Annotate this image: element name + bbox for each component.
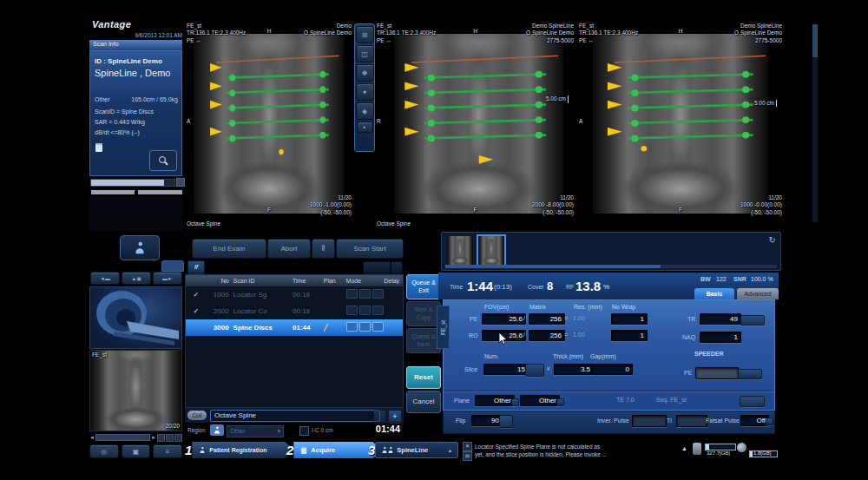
ro-nowrap-field[interactable]: 1	[611, 330, 648, 341]
organ-tool-1-button[interactable]: ❖	[356, 64, 374, 82]
patient-position-button[interactable]	[120, 235, 160, 260]
pe-matrix-field[interactable]: 256	[529, 313, 565, 325]
reset-button[interactable]: Reset	[406, 366, 441, 389]
plane-2-option-button[interactable]	[556, 398, 564, 406]
plane-1-option-button[interactable]	[511, 398, 519, 406]
scan-start-button[interactable]: Scan Start	[336, 239, 404, 259]
seq-option-button[interactable]	[740, 396, 765, 407]
pe-res-value: 1.00	[573, 315, 585, 321]
coil-button[interactable]: Coil	[187, 411, 207, 420]
series-thumbnail-selected[interactable]	[477, 234, 506, 266]
scroll-track[interactable]	[95, 434, 150, 441]
queue-next-button[interactable]: Queue & Next	[406, 328, 441, 353]
pe-nowrap-field[interactable]: 1	[611, 313, 648, 325]
tab-advanced[interactable]: Advanced	[737, 288, 779, 299]
viewport-sagittal[interactable]: FE_stTR:136.1 TE:2.3 400HzPE ↔ H DemoO S…	[185, 22, 353, 227]
organ-tool-3-button[interactable]: ◈	[356, 102, 374, 120]
workflow-step-1[interactable]: 1 Patient Registration	[185, 441, 294, 459]
ti-field[interactable]	[676, 415, 707, 427]
range-checkbox[interactable]	[299, 426, 309, 436]
layout-tool-button[interactable]: ⊞	[356, 26, 374, 43]
fatsat-option-button[interactable]	[766, 418, 773, 425]
queue-row-selected[interactable]: 3000 Spine Discs 01:44 ╱	[186, 319, 403, 336]
organ-tool-2-button[interactable]: ✦	[356, 83, 374, 101]
matrix-header: Matrix	[529, 304, 546, 310]
filmstrip-scrollbar[interactable]	[445, 265, 777, 268]
pe-fov-field[interactable]: 25.6	[482, 313, 526, 325]
refresh-button[interactable]: ↻	[769, 235, 776, 245]
status-expand-icon[interactable]: ▲	[681, 445, 687, 451]
flip-field[interactable]: 90	[471, 415, 503, 426]
region-dropdown[interactable]: Other▾	[227, 425, 284, 437]
cancel-button[interactable]: Cancel	[406, 391, 441, 413]
queue-row[interactable]: ✓ 2000 Locator Co 00:18	[186, 303, 403, 319]
queue-tool-small-1[interactable]	[391, 261, 403, 273]
plane-2-dropdown[interactable]: Other	[520, 395, 560, 406]
thumb-tool-3[interactable]	[174, 434, 182, 442]
couch-in-icon: ▬►	[162, 276, 173, 281]
thick-header: Thick.(mm)	[553, 353, 583, 359]
add-coil-button[interactable]: +	[388, 410, 402, 423]
workflow-step-3[interactable]: 3 SpineLine ▲	[368, 441, 458, 459]
layout-icon: ⊞	[362, 31, 368, 39]
more-tools-button[interactable]: ▪	[357, 122, 373, 133]
step-3-expand-icon[interactable]: ▲	[447, 448, 452, 453]
queue-exit-button[interactable]: Queue & Exit	[406, 274, 441, 299]
filmstrip-scroll-thumb[interactable]	[445, 265, 661, 268]
next-copy-button[interactable]: Next & Copy	[406, 301, 441, 326]
thumb-tool-2[interactable]	[166, 434, 174, 442]
queue-row[interactable]: ✓ 1000 Locator Sg 00:18	[186, 286, 403, 303]
slice-field[interactable]: 15	[483, 364, 529, 375]
couch-out-button[interactable]: ◄▬	[90, 272, 120, 285]
thickness-field[interactable]: 3.5	[554, 364, 594, 375]
queue-filter-button[interactable]: lf	[187, 260, 205, 273]
plane-1-dropdown[interactable]: Other	[475, 395, 515, 406]
menu-button[interactable]: ≡	[153, 444, 182, 458]
spineline-overlay[interactable]	[387, 34, 563, 202]
zoom-patient-button[interactable]	[149, 150, 177, 171]
gap-field[interactable]: 0	[591, 364, 633, 375]
queue-tool-button[interactable]	[363, 261, 391, 273]
viewport-coronal-1[interactable]: FE_stTR:136.1 TE:2.3 400HzPE ↔ H Demo Sp…	[375, 22, 575, 227]
viewport-scrollbar[interactable]	[812, 24, 818, 222]
pause-button[interactable]: Ⅱ	[312, 239, 335, 259]
scroll-left-arrow[interactable]: ◄	[89, 435, 95, 440]
spineline-overlay[interactable]	[589, 34, 771, 202]
acquire-icon	[301, 447, 306, 454]
speeder-pe-field[interactable]	[695, 367, 739, 379]
plan-pencil-icon[interactable]: ╱	[324, 324, 346, 332]
abort-button[interactable]: Abort	[267, 239, 311, 259]
viewport-coronal-2[interactable]: FE_stTR:136.1 TE:2.3 400HzPE ↔ H Demo Sp…	[577, 22, 784, 227]
thumb-tool-1[interactable]	[157, 434, 165, 442]
spineline-overlay[interactable]	[195, 34, 344, 202]
naq-field[interactable]: 1	[700, 332, 741, 343]
viewport-scrollbar-thumb[interactable]	[812, 24, 818, 57]
power-button[interactable]: ◎	[89, 444, 119, 458]
region-body-button[interactable]	[210, 424, 224, 436]
ro-matrix-field[interactable]: 256	[529, 330, 565, 341]
couch-in-button[interactable]: ▬►	[153, 272, 182, 285]
gantry-3d-view[interactable]	[89, 286, 182, 349]
sidebar-mini-tab[interactable]	[161, 260, 184, 272]
status-list-button[interactable]: ▤	[463, 451, 472, 461]
tab-basic[interactable]: Basic	[694, 288, 734, 299]
couch-up-button[interactable]: ▲▣	[122, 272, 151, 285]
sidebar-progress-fill	[91, 180, 164, 186]
status-close-button[interactable]: ×	[463, 442, 472, 451]
compare-tool-button[interactable]: ◫	[356, 45, 374, 62]
speeder-option-button[interactable]	[738, 369, 762, 379]
coil-tool-button[interactable]	[373, 410, 386, 423]
flip-mode-button[interactable]	[499, 415, 513, 428]
slice-mode-button[interactable]	[525, 364, 544, 377]
series-thumbnail[interactable]	[447, 236, 473, 265]
sequence-tab[interactable]: FE_st	[437, 306, 450, 349]
console-button[interactable]: ▣	[122, 444, 151, 458]
tr-option-button[interactable]	[740, 315, 765, 325]
reference-thumbnail[interactable]: FE_st 20/20	[89, 350, 182, 431]
coil-name-input[interactable]: Octave Spine	[210, 410, 380, 422]
end-exam-button[interactable]: End Exam	[192, 239, 266, 259]
scroll-right-arrow[interactable]: ►	[151, 435, 156, 440]
progress-detach-icon[interactable]	[176, 178, 185, 187]
inversion-field[interactable]	[632, 415, 667, 427]
tr-field[interactable]: 49	[700, 313, 741, 325]
